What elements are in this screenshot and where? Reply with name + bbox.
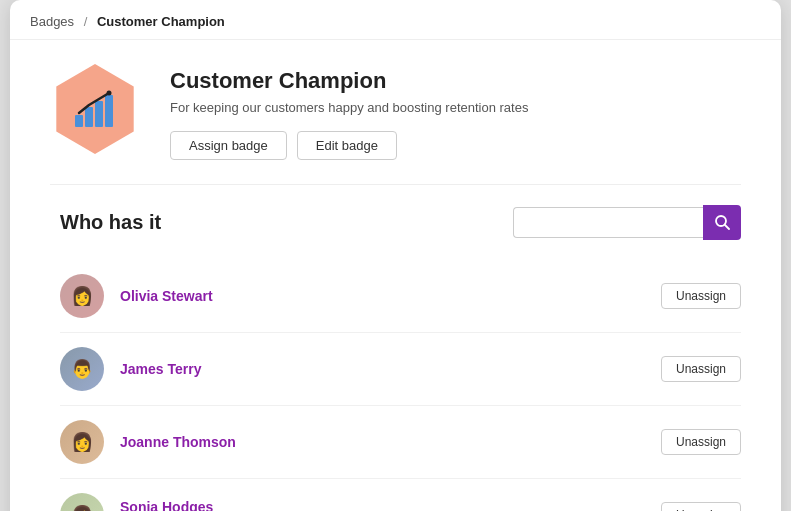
unassign-button[interactable]: Unassign bbox=[661, 429, 741, 455]
svg-point-4 bbox=[107, 91, 112, 96]
user-row: 👨James TerryUnassign bbox=[60, 333, 741, 406]
breadcrumb: Badges / Customer Champion bbox=[10, 0, 781, 40]
assign-badge-button[interactable]: Assign badge bbox=[170, 131, 287, 160]
user-name: Olivia Stewart bbox=[120, 288, 661, 304]
content-area: Customer Champion For keeping our custom… bbox=[10, 40, 781, 511]
svg-rect-0 bbox=[75, 115, 83, 127]
breadcrumb-separator: / bbox=[84, 14, 88, 29]
badge-chart-icon bbox=[71, 85, 119, 133]
badge-actions: Assign badge Edit badge bbox=[170, 131, 528, 160]
badge-info: Customer Champion For keeping our custom… bbox=[170, 64, 528, 160]
svg-rect-2 bbox=[95, 101, 103, 127]
user-list: 👩Olivia StewartUnassign👨James TerryUnass… bbox=[60, 260, 741, 511]
user-row: 👩Joanne ThomsonUnassign bbox=[60, 406, 741, 479]
svg-rect-1 bbox=[85, 107, 93, 127]
svg-line-6 bbox=[725, 225, 729, 229]
edit-badge-button[interactable]: Edit badge bbox=[297, 131, 397, 160]
main-window: Badges / Customer Champion bbox=[10, 0, 781, 511]
user-details: Olivia Stewart bbox=[120, 288, 661, 304]
breadcrumb-link[interactable]: Badges bbox=[30, 14, 74, 29]
search-input[interactable] bbox=[513, 207, 703, 238]
who-section: Who has it 👩Olivia StewartUnassign👨James… bbox=[50, 205, 741, 511]
avatar: 👨 bbox=[60, 347, 104, 391]
unassign-button[interactable]: Unassign bbox=[661, 502, 741, 511]
badge-header: Customer Champion For keeping our custom… bbox=[50, 64, 741, 160]
unassign-button[interactable]: Unassign bbox=[661, 356, 741, 382]
breadcrumb-current: Customer Champion bbox=[97, 14, 225, 29]
user-name: James Terry bbox=[120, 361, 661, 377]
svg-rect-3 bbox=[105, 95, 113, 127]
user-row: 👩Olivia StewartUnassign bbox=[60, 260, 741, 333]
badge-icon-wrapper bbox=[50, 64, 140, 154]
unassign-button[interactable]: Unassign bbox=[661, 283, 741, 309]
user-name: Sonia Hodges bbox=[120, 499, 661, 511]
badge-hexagon bbox=[50, 64, 140, 154]
user-name: Joanne Thomson bbox=[120, 434, 661, 450]
who-header: Who has it bbox=[60, 205, 741, 240]
avatar: 👩 bbox=[60, 420, 104, 464]
user-details: James Terry bbox=[120, 361, 661, 377]
who-title: Who has it bbox=[60, 211, 161, 234]
badge-title: Customer Champion bbox=[170, 68, 528, 94]
avatar: 👩 bbox=[60, 274, 104, 318]
section-divider bbox=[50, 184, 741, 185]
search-wrapper bbox=[513, 205, 741, 240]
user-details: Joanne Thomson bbox=[120, 434, 661, 450]
avatar: 👩 bbox=[60, 493, 104, 511]
badge-description: For keeping our customers happy and boos… bbox=[170, 100, 528, 115]
user-details: Sonia HodgesOur customers always give yo… bbox=[120, 499, 661, 511]
search-button[interactable] bbox=[703, 205, 741, 240]
search-icon bbox=[715, 215, 730, 230]
user-row: 👩Sonia HodgesOur customers always give y… bbox=[60, 479, 741, 511]
